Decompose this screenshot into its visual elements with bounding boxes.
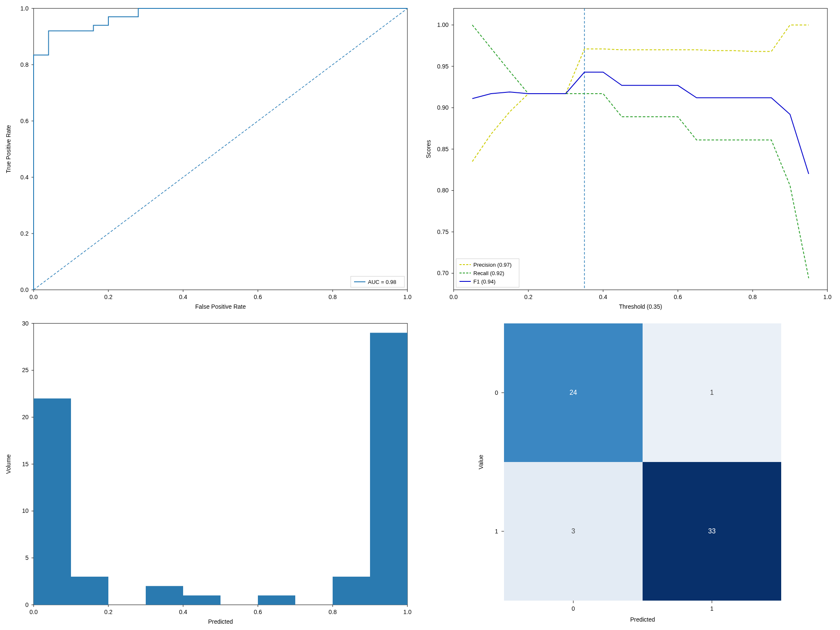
y-axis-label: Scores bbox=[425, 140, 432, 158]
svg-text:0: 0 bbox=[25, 601, 29, 608]
legend: AUC = 0.98 bbox=[351, 276, 404, 287]
y-axis-label: True Positive Rate bbox=[5, 125, 12, 173]
cell-10: 3 bbox=[572, 528, 575, 535]
y-ticks: 0 5 10 15 20 25 30 bbox=[22, 320, 34, 608]
svg-text:1: 1 bbox=[495, 528, 498, 535]
plot-frame bbox=[454, 8, 827, 290]
svg-text:0.8: 0.8 bbox=[328, 294, 337, 300]
svg-text:0.0: 0.0 bbox=[21, 286, 29, 293]
x-axis-label: Threshold (0.35) bbox=[619, 303, 662, 310]
svg-text:20: 20 bbox=[22, 414, 29, 420]
svg-text:0.6: 0.6 bbox=[674, 294, 682, 300]
plot-frame bbox=[34, 323, 407, 605]
y-axis-label: Value bbox=[478, 454, 484, 469]
svg-text:F1 (0.94): F1 (0.94) bbox=[473, 278, 496, 285]
y-ticks: 0.0 0.2 0.4 0.6 0.8 1.0 bbox=[21, 5, 34, 293]
svg-rect-91 bbox=[333, 577, 370, 605]
threshold-chart: 0.0 0.2 0.4 0.6 0.8 1.0 0.70 0.75 0.80 0… bbox=[420, 0, 840, 315]
svg-text:0.8: 0.8 bbox=[328, 609, 337, 615]
svg-text:1.0: 1.0 bbox=[403, 294, 412, 300]
cell-01: 1 bbox=[710, 389, 714, 396]
svg-text:0.8: 0.8 bbox=[21, 61, 29, 68]
cell-11: 33 bbox=[708, 528, 716, 535]
svg-text:0.80: 0.80 bbox=[437, 187, 449, 194]
x-axis-label: False Positive Rate bbox=[195, 303, 246, 310]
svg-text:0.95: 0.95 bbox=[437, 63, 449, 70]
svg-rect-92 bbox=[370, 333, 407, 605]
svg-text:0.4: 0.4 bbox=[179, 294, 187, 300]
y-axis-label: Volume bbox=[5, 454, 12, 474]
svg-text:5: 5 bbox=[25, 554, 29, 561]
svg-text:Recall (0.92): Recall (0.92) bbox=[473, 270, 504, 276]
svg-text:10: 10 bbox=[22, 507, 29, 514]
svg-rect-87 bbox=[71, 577, 108, 605]
svg-text:0.70: 0.70 bbox=[437, 270, 449, 276]
svg-text:0.6: 0.6 bbox=[21, 118, 29, 124]
x-ticks: 0.0 0.2 0.4 0.6 0.8 1.0 bbox=[449, 290, 832, 300]
svg-rect-89 bbox=[183, 596, 220, 605]
roc-chart: 0.0 0.2 0.4 0.6 0.8 1.0 0.0 0.2 0.4 0.6 … bbox=[0, 0, 420, 315]
svg-text:15: 15 bbox=[22, 461, 29, 467]
svg-text:0.6: 0.6 bbox=[254, 294, 262, 300]
x-axis-label: Predicted bbox=[208, 618, 233, 625]
svg-text:0.8: 0.8 bbox=[748, 294, 757, 300]
svg-text:1.0: 1.0 bbox=[823, 294, 832, 300]
svg-text:0.4: 0.4 bbox=[599, 294, 607, 300]
svg-text:0.2: 0.2 bbox=[21, 230, 29, 237]
plot-frame bbox=[34, 8, 407, 290]
svg-rect-86 bbox=[34, 399, 71, 605]
svg-text:0.0: 0.0 bbox=[449, 294, 458, 300]
svg-text:0.6: 0.6 bbox=[254, 609, 262, 615]
heatmap-cells bbox=[504, 323, 781, 601]
y-ticks: 0.70 0.75 0.80 0.85 0.90 0.95 1.00 bbox=[437, 21, 454, 276]
x-ticks: 0.0 0.2 0.4 0.6 0.8 1.0 bbox=[29, 605, 412, 615]
svg-text:0.4: 0.4 bbox=[21, 174, 29, 181]
legend: Precision (0.97) Recall (0.92) F1 (0.94) bbox=[456, 259, 519, 287]
svg-rect-88 bbox=[146, 586, 183, 605]
svg-text:0.2: 0.2 bbox=[104, 294, 113, 300]
svg-text:1.0: 1.0 bbox=[21, 5, 29, 12]
svg-text:0.0: 0.0 bbox=[29, 294, 38, 300]
svg-text:25: 25 bbox=[22, 367, 29, 373]
x-ticks: 0.0 0.2 0.4 0.6 0.8 1.0 bbox=[29, 290, 412, 300]
histogram-chart: 0.0 0.2 0.4 0.6 0.8 1.0 0 5 10 15 20 25 … bbox=[0, 315, 420, 630]
svg-rect-90 bbox=[258, 596, 295, 605]
svg-text:AUC = 0.98: AUC = 0.98 bbox=[368, 279, 396, 285]
svg-text:1.0: 1.0 bbox=[403, 609, 412, 615]
svg-text:30: 30 bbox=[22, 320, 29, 327]
svg-text:Precision (0.97): Precision (0.97) bbox=[473, 262, 512, 268]
svg-text:0: 0 bbox=[495, 389, 498, 396]
svg-text:0.2: 0.2 bbox=[524, 294, 533, 300]
svg-text:0.85: 0.85 bbox=[437, 146, 449, 152]
svg-text:0.75: 0.75 bbox=[437, 228, 449, 235]
svg-text:1.00: 1.00 bbox=[437, 21, 449, 28]
svg-text:0: 0 bbox=[572, 605, 575, 612]
chart-grid: 0.0 0.2 0.4 0.6 0.8 1.0 0.0 0.2 0.4 0.6 … bbox=[0, 0, 840, 630]
svg-text:0.4: 0.4 bbox=[179, 609, 187, 615]
svg-text:0.0: 0.0 bbox=[29, 609, 38, 615]
svg-text:0.2: 0.2 bbox=[104, 609, 113, 615]
cell-00: 24 bbox=[570, 389, 577, 396]
svg-text:1: 1 bbox=[710, 605, 714, 612]
confusion-matrix: 24 1 3 33 0 1 0 1 Predicted Value bbox=[420, 315, 840, 630]
svg-text:0.90: 0.90 bbox=[437, 104, 449, 111]
x-axis-label: Predicted bbox=[630, 616, 655, 623]
